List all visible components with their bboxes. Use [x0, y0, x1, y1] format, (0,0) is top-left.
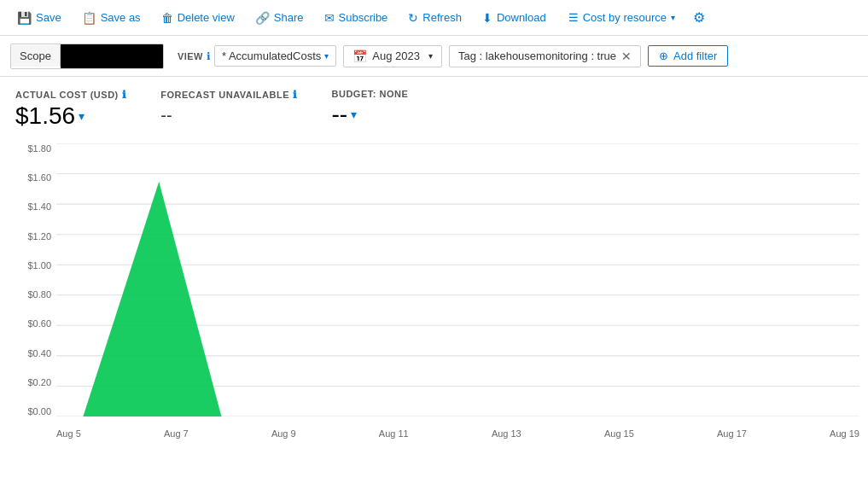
gear-icon: ⚙: [693, 9, 705, 26]
tag-close-icon[interactable]: ✕: [621, 50, 632, 63]
view-value: * AccumulatedCosts: [222, 50, 321, 62]
x-axis: Aug 5 Aug 7 Aug 9 Aug 11 Aug 13 Aug 15 A…: [56, 428, 859, 439]
filter-bar: Scope VIEW ℹ * AccumulatedCosts ▾ 📅 Aug …: [0, 36, 868, 77]
y-label-7: $0.60: [15, 318, 51, 329]
view-group: VIEW ℹ * AccumulatedCosts ▾: [178, 45, 336, 67]
metrics-bar: ACTUAL COST (USD) ℹ $1.56 ▾ FORECAST UNA…: [0, 77, 868, 137]
budget-metric: BUDGET: NONE -- ▾: [332, 89, 409, 128]
delete-view-button[interactable]: 🗑 Delete view: [153, 8, 243, 28]
scope-value: [61, 44, 163, 68]
refresh-icon: ↻: [408, 11, 418, 25]
delete-view-label: Delete view: [178, 11, 235, 24]
x-label-1: Aug 5: [56, 428, 81, 439]
y-label-9: $0.20: [15, 377, 51, 387]
x-label-7: Aug 17: [717, 428, 747, 439]
x-label-2: Aug 7: [164, 428, 189, 439]
view-prefix: VIEW: [178, 51, 203, 61]
chart-area: $1.80 $1.60 $1.40 $1.20 $1.00 $0.80 $0.6…: [0, 137, 868, 444]
cost-by-resource-label: Cost by resource: [583, 11, 667, 24]
y-label-3: $1.40: [15, 201, 51, 212]
budget-value: -- ▾: [332, 101, 409, 128]
date-chevron-icon: ▾: [428, 51, 433, 61]
tag-filter: Tag : lakehousemonitoring : true ✕: [449, 45, 641, 67]
scope-group: Scope: [10, 44, 164, 69]
subscribe-button[interactable]: ✉ Subscribe: [316, 8, 397, 28]
chart-svg: [56, 143, 859, 416]
x-label-6: Aug 15: [604, 428, 634, 439]
y-label-8: $0.40: [15, 348, 51, 358]
refresh-button[interactable]: ↻ Refresh: [399, 8, 470, 28]
date-dropdown[interactable]: 📅 Aug 2023 ▾: [343, 45, 442, 67]
chevron-down-icon: ▾: [671, 13, 675, 22]
x-label-3: Aug 9: [271, 428, 296, 439]
forecast-label: FORECAST UNAVAILABLE ℹ: [160, 89, 297, 101]
forecast-metric: FORECAST UNAVAILABLE ℹ --: [160, 89, 297, 125]
cost-by-resource-button[interactable]: ☰ Cost by resource ▾: [560, 8, 684, 27]
download-button[interactable]: ⬇ Download: [474, 8, 555, 28]
y-label-4: $1.20: [15, 231, 51, 242]
y-label-6: $0.80: [15, 289, 51, 300]
actual-cost-metric: ACTUAL COST (USD) ℹ $1.56 ▾: [15, 89, 126, 130]
y-axis: $1.80 $1.60 $1.40 $1.20 $1.00 $0.80 $0.6…: [15, 143, 51, 416]
save-as-label: Save as: [101, 11, 141, 24]
refresh-label: Refresh: [422, 11, 462, 24]
date-value: Aug 2023: [372, 50, 420, 62]
save-button[interactable]: 💾 Save: [9, 8, 70, 28]
actual-cost-value: $1.56 ▾: [15, 102, 126, 130]
share-button[interactable]: 🔗 Share: [247, 8, 312, 28]
x-label-4: Aug 11: [379, 428, 409, 439]
actual-cost-chevron-icon[interactable]: ▾: [79, 109, 84, 123]
view-info-icon[interactable]: ℹ: [207, 50, 211, 62]
add-filter-icon: ⊕: [659, 50, 668, 62]
cost-bar: [83, 182, 221, 416]
view-chevron-icon: ▾: [324, 51, 329, 61]
toolbar: 💾 Save 📋 Save as 🗑 Delete view 🔗 Share ✉…: [0, 0, 868, 36]
y-label-2: $1.60: [15, 172, 51, 183]
y-label-5: $1.00: [15, 260, 51, 271]
tag-label: Tag : lakehousemonitoring : true: [458, 50, 616, 62]
actual-cost-label: ACTUAL COST (USD) ℹ: [15, 89, 126, 101]
delete-icon: 🗑: [161, 11, 173, 25]
calendar-icon: 📅: [352, 50, 367, 63]
save-as-button[interactable]: 📋 Save as: [73, 8, 149, 28]
add-filter-label: Add filter: [673, 50, 717, 62]
share-icon: 🔗: [255, 11, 270, 25]
subscribe-icon: ✉: [324, 11, 335, 25]
share-label: Share: [274, 11, 304, 24]
y-label-10: $0.00: [15, 406, 51, 416]
view-dropdown[interactable]: * AccumulatedCosts ▾: [214, 45, 336, 67]
forecast-info-icon[interactable]: ℹ: [293, 89, 298, 101]
forecast-value: --: [160, 106, 297, 125]
budget-label: BUDGET: NONE: [332, 89, 409, 99]
save-icon: 💾: [17, 11, 32, 25]
actual-cost-info-icon[interactable]: ℹ: [122, 89, 127, 101]
settings-button[interactable]: ⚙: [687, 6, 711, 30]
list-icon: ☰: [568, 11, 579, 24]
save-as-icon: 📋: [82, 11, 96, 25]
chart-inner: [56, 143, 859, 416]
y-label-1: $1.80: [15, 143, 51, 154]
download-icon: ⬇: [482, 11, 492, 25]
x-label-8: Aug 19: [830, 428, 859, 439]
save-label: Save: [36, 11, 61, 24]
scope-label: Scope: [11, 45, 61, 67]
subscribe-label: Subscribe: [339, 11, 388, 24]
download-label: Download: [497, 11, 546, 24]
budget-chevron-icon[interactable]: ▾: [351, 108, 357, 121]
add-filter-button[interactable]: ⊕ Add filter: [648, 45, 728, 67]
x-label-5: Aug 13: [492, 428, 521, 439]
